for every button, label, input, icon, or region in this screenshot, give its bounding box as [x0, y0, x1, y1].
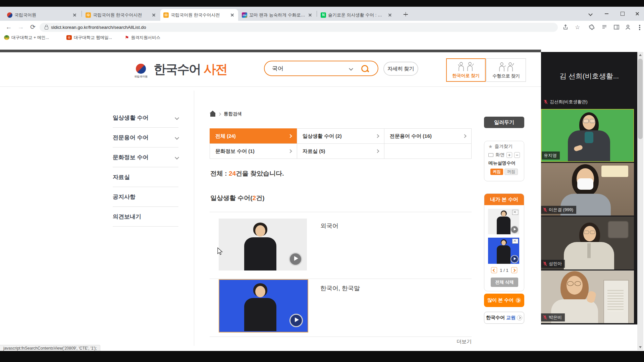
menu-item-feedback[interactable]: 의견보내기 [113, 207, 178, 227]
bookmark-remote-support[interactable]: ⚑ 원격지원서비스 [125, 34, 160, 41]
search-icon[interactable] [361, 65, 368, 72]
play-icon[interactable] [289, 314, 303, 327]
toggle-off-button[interactable]: 꺼짐 [504, 169, 518, 175]
result-tab-daily[interactable]: 일상생활 수어 (2) [297, 128, 384, 144]
bookmark-daegu-main[interactable]: 대구대학교 + 메인... [4, 34, 49, 41]
bookmark-daegu-webmail[interactable]: O 대구대학교 웹메일... [66, 34, 112, 41]
close-icon[interactable] [308, 12, 313, 18]
tab-jtbc[interactable]: Jtbc 꼬마 팬과 능숙하게 수화로 대화 [239, 9, 316, 21]
chevron-right-icon [516, 298, 521, 303]
play-icon[interactable] [511, 255, 519, 263]
search-box[interactable]: 국어 [264, 61, 378, 76]
menu-item-archive[interactable]: 자료실 [113, 167, 178, 187]
result-video-thumbnail[interactable] [219, 279, 308, 333]
sldict-favicon: 수 [163, 12, 169, 18]
reading-list-icon[interactable] [601, 24, 608, 31]
glasses [583, 119, 589, 123]
site-title[interactable]: 한국수어사전 [154, 61, 227, 78]
result-title[interactable]: 외국어 [320, 222, 338, 230]
scroll-up-icon[interactable] [639, 54, 642, 56]
favorite-row[interactable]: ★즐겨찾기 [488, 143, 524, 149]
menu-sign-toggle: 켜짐 꺼짐 [490, 169, 524, 175]
window-minimize-button[interactable] [599, 7, 614, 21]
participant-video: 박은비 [541, 270, 634, 323]
zoom-out-button[interactable]: − [514, 152, 520, 158]
chevron-right-icon [288, 134, 292, 138]
sldict-favicon: 수 [86, 12, 91, 18]
url-text[interactable]: sldict.korean.go.kr/front/search/searchA… [51, 25, 146, 30]
close-icon[interactable] [72, 12, 77, 18]
naver-favicon: N [321, 12, 326, 18]
result-tab-terminology[interactable]: 전문용어 수어 (16) [384, 128, 472, 144]
tab-sldict-1[interactable]: 수 국립국어원 한국수어사전 [83, 9, 160, 21]
scrollbar-thumb[interactable] [638, 59, 643, 139]
side-panel-icon[interactable] [613, 24, 621, 31]
tab-sldict-active[interactable]: 수 국립국어원 한국수어사전 [160, 9, 238, 21]
window-close-button[interactable] [630, 7, 644, 21]
chevron-down-icon [175, 135, 179, 140]
pager-text: 1 / 1 [500, 268, 508, 273]
toggle-on-button[interactable]: 켜짐 [490, 169, 503, 175]
result-summary: 전체 : 24건을 찾았습니다. [210, 169, 284, 178]
result-video-thumbnail[interactable] [219, 219, 307, 270]
profile-icon[interactable] [625, 24, 632, 31]
close-icon[interactable] [387, 12, 393, 18]
my-signs-title: 내가 본 수어 [484, 194, 524, 205]
menu-label: 의견보내기 [113, 213, 141, 221]
extensions-icon[interactable] [588, 24, 596, 31]
play-icon[interactable] [289, 252, 302, 266]
door-vent [607, 290, 624, 311]
menu-kebab-icon[interactable] [637, 24, 642, 31]
share-icon[interactable] [562, 24, 570, 31]
result-tab-culture[interactable]: 문화정보 수어 (1) [210, 143, 297, 159]
tab-naver[interactable]: N 슬기로운 의사생활 수어 : 네이버 [318, 9, 396, 21]
more-link[interactable]: 더보기 [449, 339, 472, 345]
search-by-korean-button[interactable]: 한국어로 찾기 [446, 58, 486, 82]
background-blur [608, 221, 628, 238]
menu-item-terminology-sign[interactable]: 전문용어 수어 [113, 128, 178, 147]
address-bar[interactable]: sldict.korean.go.kr/front/search/searchA… [40, 23, 558, 32]
menu-item-notice[interactable]: 공지사항 [113, 187, 178, 207]
chevron-down-icon[interactable] [349, 66, 353, 71]
play-icon[interactable] [511, 226, 519, 234]
window-maximize-button[interactable] [615, 7, 630, 21]
result-title[interactable]: 한국어, 한국말 [320, 284, 360, 292]
my-sign-thumbnail[interactable] [488, 209, 519, 234]
result-tab-all[interactable]: 전체 (24) [210, 128, 297, 144]
window-dropdown-button[interactable] [583, 7, 598, 21]
remove-icon[interactable] [512, 210, 518, 215]
pager-prev-button[interactable] [491, 267, 497, 273]
zoom-in-button[interactable]: + [506, 152, 512, 158]
button-label: 많이 본 수어 [487, 297, 514, 303]
delete-all-button[interactable]: 전체 삭제 [491, 278, 518, 287]
search-input[interactable]: 국어 [272, 65, 350, 72]
menu-item-culture-sign[interactable]: 문화정보 수어 [113, 147, 178, 167]
legend-button[interactable]: 일러두기 [484, 117, 524, 128]
popular-signs-button[interactable]: 많이 본 수어 [484, 294, 524, 307]
close-icon[interactable] [230, 12, 235, 18]
bookmark-label: 대구대학교 + 메인... [11, 35, 49, 41]
bottom-letterbox [0, 351, 644, 362]
close-icon[interactable] [151, 12, 157, 18]
chevron-right-icon [375, 134, 379, 138]
back-icon[interactable]: ← [5, 23, 13, 31]
sign-teacher-banner[interactable]: 한국수어교원 [484, 312, 524, 324]
detail-search-button[interactable]: 자세히 찾기 [383, 62, 418, 76]
tab-label: 전문용어 수어 (16) [390, 133, 432, 139]
menu-item-daily-sign[interactable]: 일상생활 수어 [113, 108, 178, 128]
scroll-down-icon[interactable] [639, 346, 642, 348]
mic-muted-icon [543, 207, 547, 212]
pager-next-button[interactable] [511, 267, 517, 273]
forward-icon[interactable]: → [17, 23, 25, 31]
bookmark-star-icon[interactable]: ☆ [575, 24, 582, 31]
nikl-logo[interactable]: 국립국어원 [133, 64, 148, 78]
scrollbar[interactable] [637, 52, 643, 350]
search-by-handshape-button[interactable]: 수형으로 찾기 [486, 58, 526, 82]
my-sign-thumbnail[interactable] [488, 238, 519, 264]
result-tab-archive[interactable]: 자료실 (5) [297, 143, 384, 159]
new-tab-button[interactable] [401, 10, 410, 19]
tab-nikl[interactable]: 국립국어원 [4, 9, 80, 21]
reload-icon[interactable]: ⟳ [29, 23, 37, 31]
home-icon[interactable] [210, 113, 215, 117]
remove-icon[interactable] [512, 239, 518, 244]
